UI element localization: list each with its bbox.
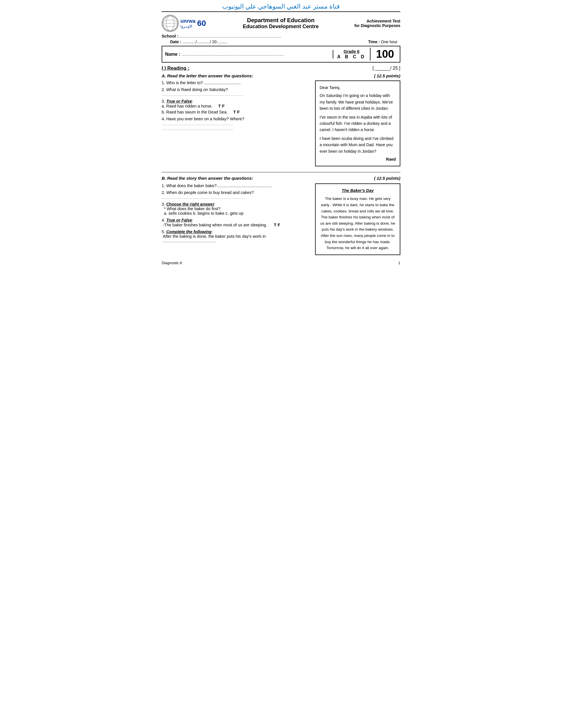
center-header: Department of Education Education Develo… (207, 17, 354, 30)
arabic-header: قناة مستر عبد الغني السوهاجي علي اليوتيو… (162, 3, 400, 12)
letter-box: Dear Tareq, On Saturday I'm going on a h… (315, 80, 400, 166)
bq2-dots: ………………………………………………………….. (162, 195, 309, 200)
edc-title: Education Development Centre (207, 24, 354, 30)
section-b-points: ( 12.5 points) (374, 176, 400, 181)
q4-dots2: …………………………………………………. (162, 127, 309, 131)
top-section: unrwa الاونـروا 60 Department of Educati… (162, 13, 400, 32)
b-question-1: 1. What does the baker bake?............… (162, 183, 309, 188)
section-a-header: A. Read the letter then answer the quest… (162, 73, 400, 78)
b-question-5: 5. Complete the following: After the bak… (162, 229, 309, 243)
b-q3-star: * What does the baker do first? (164, 206, 309, 211)
b-tf-letters: T F (274, 222, 281, 227)
section-a-points: ( 12.5 points) (374, 73, 400, 78)
diagnostic-label: Diagnostic 6 (162, 261, 182, 265)
question-1: 1. Who is the letter to? ...............… (162, 80, 309, 85)
letter-para-3: I have been scuba diving and I've climbe… (319, 135, 396, 154)
letter-signed: Raed (319, 156, 396, 162)
name-grade-box: Name : ……………………………………………………………… Grade 6 … (162, 46, 400, 63)
true-false-label-b: True or False (166, 218, 192, 222)
page-number: 1 (398, 261, 400, 265)
time-field: Time : One hour (368, 40, 397, 44)
reading-header: I ) Reading : [ ______/ 25 ] (162, 65, 400, 71)
footer: Diagnostic 6 1 (162, 261, 400, 265)
complete-following-label: Complete the following (166, 229, 212, 234)
unrwa-number: 60 (197, 19, 206, 28)
section-b-content: 1. What does the baker bake?............… (162, 183, 400, 255)
reading-title: I ) Reading : (162, 65, 189, 71)
letter-para-1: On Saturday I'm going on a holiday with … (319, 92, 396, 111)
score-box: 100 (370, 46, 400, 62)
unrwa-logo (162, 15, 179, 32)
tf-row-b: b. Raed has swum in the Dead Sea. T F (162, 109, 309, 114)
section-b-header: B. Read the story then answer the questi… (162, 176, 400, 181)
section-divider (162, 172, 400, 172)
question-2: 2. What is Raed doing on Saturday? ……………… (162, 87, 309, 97)
b-q4-text: -The baker finishes baking when most of … (163, 222, 309, 227)
date-time-row: Date : ............/............/ 20…...… (162, 40, 400, 44)
tf-letters-a1: T F (218, 104, 225, 108)
story-title: The Baker's Day (320, 187, 395, 194)
logo-area: unrwa الاونـروا 60 (162, 15, 207, 32)
story-text: The baker is a busy man. He gets very ea… (320, 196, 395, 251)
purposes-label: for Diagnostic Purposes (354, 23, 400, 28)
b-question-3: 3. Choose the right answer: * What does … (162, 202, 309, 216)
letter-para-2: I've swum in the sea in Aqaba with lots … (319, 114, 396, 133)
section-b-questions: 1. What does the baker bake?............… (162, 183, 309, 255)
b-q5-text: After the baking is done, the baker puts… (163, 234, 309, 243)
grade-section: Grade 6 A B C D (333, 48, 370, 61)
tf-row-a: a. Raed has ridden a horse. T F (162, 104, 309, 108)
abcd-row: A B C D (337, 54, 366, 59)
grade-label: Grade 6 (337, 49, 366, 54)
school-line: School :................................… (162, 34, 400, 38)
unrwa-label: unrwa الاونـروا (181, 18, 196, 28)
letter-box-col: Dear Tareq, On Saturday I'm going on a h… (315, 80, 400, 166)
b-q3-options: a. sells cookies b. begins to bake c. ge… (164, 211, 309, 216)
story-box-col: The Baker's Day The baker is a busy man.… (315, 183, 400, 255)
date-field: Date : ............/............/ 20…...… (170, 40, 227, 44)
tf-letters-a2: T F (233, 109, 240, 114)
section-a-questions: 1. Who is the letter to? ...............… (162, 80, 309, 166)
letter-salutation: Dear Tareq, (319, 84, 396, 91)
right-header: Achievement Test for Diagnostic Purposes (354, 19, 400, 28)
b-question-2: 2. When do people come to buy bread and … (162, 190, 309, 200)
story-box: The Baker's Day The baker is a busy man.… (315, 183, 400, 255)
question-4: 4. Have you ever been on a holiday? Wher… (162, 117, 309, 131)
section-b-instruction: B. Read the story then answer the questi… (162, 176, 253, 181)
reading-score: [ ______/ 25 ] (372, 66, 400, 71)
q4-dots1: …………………………………………………. (162, 122, 309, 126)
school-section: School :................................… (162, 34, 400, 44)
true-false-label-a: True or False (166, 99, 192, 104)
q2-dots: ………………………………………………………… (162, 92, 309, 97)
dept-title: Department of Education (207, 17, 354, 24)
choose-right-label: Choose the right answer (166, 202, 214, 206)
name-field: Name : ……………………………………………………………… (162, 50, 333, 59)
section-a-content: 1. Who is the letter to? ...............… (162, 80, 400, 166)
b-question-4: 4. True or False: -The baker finishes ba… (162, 218, 309, 227)
section-a-instruction: A. Read the letter then answer the quest… (162, 73, 253, 78)
question-3: 3. True or False: a. Raed has ridden a h… (162, 99, 309, 114)
achievement-label: Achievement Test (354, 19, 400, 23)
